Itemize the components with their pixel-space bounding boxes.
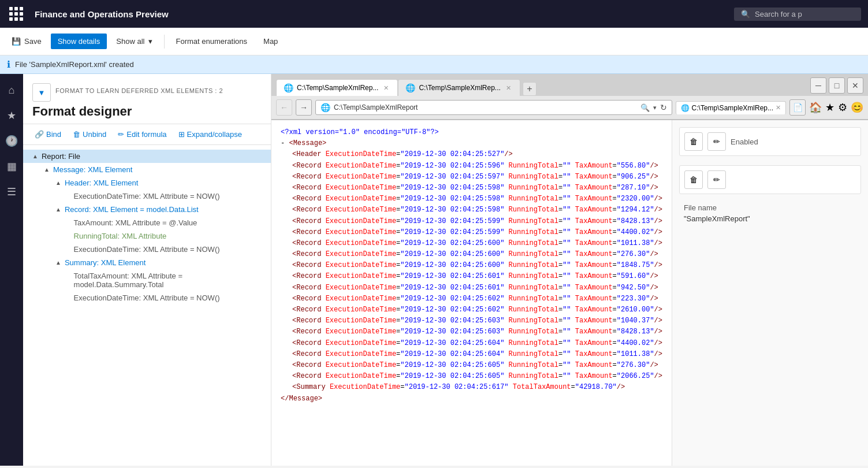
search-bar[interactable]: 🔍 <box>734 8 861 21</box>
enabled-label: Enabled <box>731 138 758 146</box>
enabled-delete-button[interactable]: 🗑 <box>684 132 703 151</box>
tab-close-button-2[interactable]: ✕ <box>504 84 513 92</box>
nav-calendar-icon[interactable]: ▦ <box>0 155 23 178</box>
chevron-icon: ▲ <box>44 166 50 173</box>
xml-record-6: <Record ExecutionDateTime="2019-12-30 02… <box>281 216 662 227</box>
filename-label: File name <box>684 203 856 212</box>
nav-star-icon[interactable]: ★ <box>0 104 23 127</box>
ie-favicon: 🌐 <box>321 103 330 112</box>
close-button[interactable]: ✕ <box>847 77 863 94</box>
edit-formula-label: Edit formula <box>126 130 166 139</box>
link-icon: 🔗 <box>35 130 44 139</box>
app-title: Finance and Operations Preview <box>35 9 725 19</box>
show-details-button[interactable]: Show details <box>51 34 107 49</box>
tree-item-header[interactable]: ▲ Header: XML Element <box>23 176 271 190</box>
settings-icon[interactable]: ⚙ <box>838 101 847 114</box>
tree-item-summary-datetime[interactable]: ExecutionDateTime: XML Attribute = NOW() <box>23 291 271 304</box>
enabled-edit-button[interactable]: ✏ <box>707 132 726 151</box>
browser-tab-2[interactable]: 🌐 C:\Temp\SampleXmlRep... ✕ <box>398 79 520 96</box>
main-layout: ⌂ ★ 🕐 ▦ ☰ ▼ FORMAT TO LEARN DEFERRED XML… <box>0 74 868 466</box>
nav-clock-icon[interactable]: 🕐 <box>0 129 23 153</box>
xml-record-20: <Record ExecutionDateTime="2019-12-30 02… <box>281 371 662 382</box>
expand-collapse-label: Expand/collapse <box>187 130 242 139</box>
xml-record-3: <Record ExecutionDateTime="2019-12-30 02… <box>281 183 662 194</box>
bind-button[interactable]: 🔗 Bind <box>32 128 64 141</box>
search-in-address-icon: 🔍 <box>640 103 650 112</box>
save-button[interactable]: 💾 Save <box>5 34 49 49</box>
maximize-button[interactable]: □ <box>829 77 845 94</box>
unlink-icon: 🗑 <box>73 130 80 139</box>
spacer <box>67 233 70 239</box>
info-message: File 'SampleXmlReport.xml' created <box>15 60 134 69</box>
xml-record-14: <Record ExecutionDateTime="2019-12-30 02… <box>281 304 662 315</box>
address-bar[interactable]: 🌐 C:\Temp\SampleXmlReport 🔍 ▾ ↻ <box>315 100 672 115</box>
smiley-icon[interactable]: 😊 <box>851 101 863 114</box>
tree-item-summary[interactable]: ▲ Summary: XML Element <box>23 256 271 269</box>
xml-record-17: <Record ExecutionDateTime="2019-12-30 02… <box>281 338 662 349</box>
format-enumerations-button[interactable]: Format enumerations <box>169 34 255 49</box>
tree-item-taxamount[interactable]: TaxAmount: XML Attribute = @.Value <box>23 216 271 229</box>
filter-button[interactable]: ▼ <box>32 83 51 102</box>
browser-tab-1[interactable]: 🌐 C:\Temp\SampleXmlRep... ✕ <box>276 79 398 96</box>
address-text: C:\Temp\SampleXmlReport <box>334 103 637 112</box>
spacer <box>67 295 70 301</box>
expand-collapse-button[interactable]: ⊞ Expand/collapse <box>176 128 244 141</box>
save-icon: 💾 <box>12 37 21 46</box>
grid-menu-button[interactable] <box>7 5 25 23</box>
favorites-icon[interactable]: ★ <box>825 101 835 114</box>
second-address-tab[interactable]: 🌐 C:\Temp\SampleXmlRep... ✕ <box>676 101 786 114</box>
second-tab-close[interactable]: ✕ <box>776 104 781 112</box>
tree-label: Message: XML Element <box>53 165 133 174</box>
format-enumerations-label: Format enumerations <box>176 37 248 46</box>
tree-item-header-datetime[interactable]: ExecutionDateTime: XML Attribute = NOW() <box>23 190 271 203</box>
search-input[interactable] <box>755 10 847 18</box>
edit-formula-button[interactable]: ✏ Edit formula <box>116 128 169 141</box>
forward-button[interactable]: → <box>296 99 312 116</box>
filename-edit-button[interactable]: ✏ <box>707 170 726 189</box>
chevron-icon: ▲ <box>55 180 61 186</box>
xml-record-9: <Record ExecutionDateTime="2019-12-30 02… <box>281 249 662 260</box>
tree-item-record-datetime[interactable]: ExecutionDateTime: XML Attribute = NOW() <box>23 243 271 256</box>
search-icon: 🔍 <box>741 10 750 18</box>
new-tab-button[interactable]: + <box>523 82 537 96</box>
tree-label: TaxAmount: XML Attribute = @.Value <box>74 218 198 227</box>
ie-icon: 🌐 <box>284 83 293 92</box>
refresh-icon[interactable]: ↻ <box>660 103 667 112</box>
separator-1 <box>164 35 165 49</box>
tree-item-runningtotal[interactable]: RunningTotal: XML Attribute <box>23 229 271 243</box>
unbind-button[interactable]: 🗑 Unbind <box>70 128 109 141</box>
tree-item-message[interactable]: ▲ Message: XML Element <box>23 163 271 176</box>
new-tab-star-button[interactable]: 📄 <box>789 99 806 116</box>
xml-record-19: <Record ExecutionDateTime="2019-12-30 02… <box>281 360 662 371</box>
xml-declaration: <?xml version="1.0" encoding="UTF-8"?> <box>281 127 662 138</box>
spacer <box>67 193 70 199</box>
save-label: Save <box>24 37 42 46</box>
tree-item-record[interactable]: ▲ Record: XML Element = model.Data.List <box>23 203 271 216</box>
tree-label: Summary: XML Element <box>65 258 146 267</box>
left-panel: ▼ FORMAT TO LEARN DEFERRED XML ELEMENTS … <box>23 74 271 466</box>
tree-item-totaltaxamount[interactable]: TotalTaxAmount: XML Attribute = model.Da… <box>23 269 271 291</box>
map-button[interactable]: Map <box>256 34 285 49</box>
tab-close-button[interactable]: ✕ <box>382 84 390 92</box>
nav-list-icon[interactable]: ☰ <box>0 180 23 203</box>
xml-record-11: <Record ExecutionDateTime="2019-12-30 02… <box>281 271 662 282</box>
spacer <box>67 277 70 284</box>
tab-label-2: C:\Temp\SampleXmlRep... <box>419 84 500 92</box>
nav-home-icon[interactable]: ⌂ <box>0 79 23 102</box>
tree-label: ExecutionDateTime: XML Attribute = NOW() <box>74 294 220 302</box>
home-icon[interactable]: 🏠 <box>809 101 822 114</box>
dropdown-icon[interactable]: ▾ <box>653 104 657 112</box>
filename-delete-button[interactable]: 🗑 <box>684 170 703 189</box>
minimize-button[interactable]: ─ <box>810 77 826 94</box>
bind-label: Bind <box>46 130 61 139</box>
tree-item-report[interactable]: ▲ Report: File <box>23 150 271 163</box>
show-all-button[interactable]: Show all ▾ <box>109 34 159 49</box>
xml-record-7: <Record ExecutionDateTime="2019-12-30 02… <box>281 227 662 238</box>
xml-record-18: <Record ExecutionDateTime="2019-12-30 02… <box>281 349 662 360</box>
apps-icon <box>9 7 23 21</box>
xml-content: <?xml version="1.0" encoding="UTF-8"?> -… <box>271 120 672 466</box>
ie-favicon-2: 🌐 <box>681 104 690 112</box>
tree-label: TotalTaxAmount: XML Attribute = model.Da… <box>74 272 267 289</box>
back-button[interactable]: ← <box>276 99 292 116</box>
info-icon: ℹ <box>7 59 10 70</box>
